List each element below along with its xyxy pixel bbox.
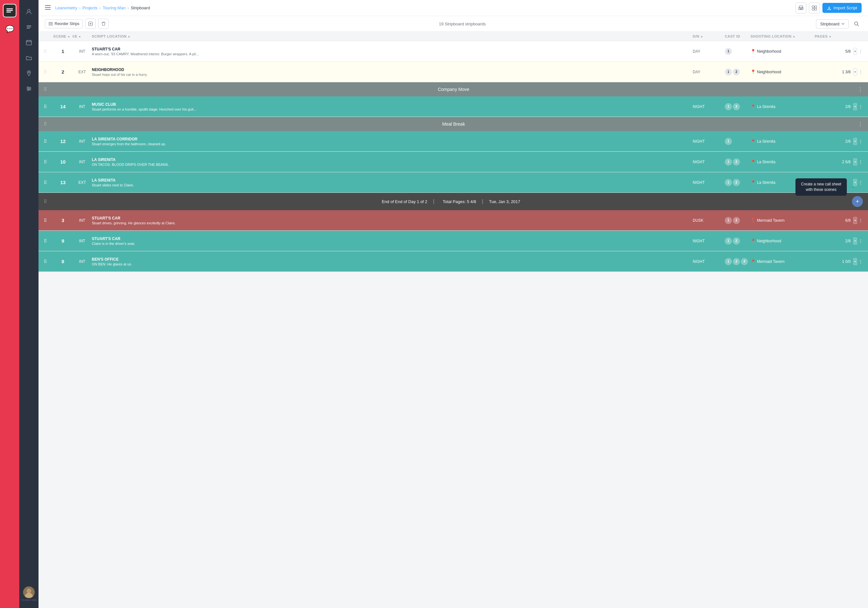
scene-info[interactable]: STUART'S CAR Claire is in the driver's s… (92, 233, 693, 249)
col-scene[interactable]: SCENE ▲ (53, 34, 73, 38)
more-options-button[interactable]: ⋮ (859, 238, 863, 244)
print-button[interactable] (795, 3, 806, 14)
scene-number: 8 (53, 259, 73, 264)
scene-info[interactable]: STUART'S CAR Stuart drives, grinning. He… (92, 213, 693, 228)
table-header: SCENE ▲ I/E ▲ SCRIPT LOCATION ▲ D/N ▲ CA… (39, 32, 868, 41)
drag-handle[interactable]: ⠿ (43, 159, 53, 165)
ie-tag: INT (73, 139, 92, 144)
svg-rect-23 (45, 7, 51, 8)
delete-strip-button[interactable] (98, 19, 108, 29)
scene-number: 1 (53, 48, 73, 54)
cast-badge: 2 (733, 179, 740, 186)
svg-rect-8 (26, 40, 31, 45)
add-row-button[interactable]: + (853, 159, 857, 165)
chat-icon[interactable]: 💬 (5, 25, 14, 33)
ie-tag: INT (73, 104, 92, 109)
add-callsheet-button[interactable]: + (852, 196, 863, 207)
pages-cell: 1 0/0 (815, 259, 853, 264)
svg-rect-34 (48, 23, 53, 24)
row-actions: + ⋮ (853, 258, 863, 265)
drag-handle[interactable]: ⠿ (43, 218, 53, 223)
svg-point-4 (28, 9, 30, 12)
col-cast-id[interactable]: CAST ID (725, 34, 750, 38)
more-options-button[interactable]: ⋮ (859, 259, 863, 264)
scene-desc: Stuart emerges from the bathroom, cleane… (92, 142, 693, 146)
scene-info[interactable]: NEIGHBORHOOD Stuart hops out of his car … (92, 64, 693, 80)
nav-location[interactable] (22, 67, 35, 80)
more-options-button[interactable]: ⋮ (859, 69, 863, 75)
breadcrumb-projects[interactable]: Projects (82, 5, 98, 10)
divider-more-button[interactable]: ⋮ (858, 86, 863, 93)
more-options-button[interactable]: ⋮ (859, 180, 863, 185)
more-options-button[interactable]: ⋮ (859, 218, 863, 223)
user-avatar[interactable]: TOURING MAN (21, 586, 37, 602)
dn-tag: NIGHT (693, 259, 725, 264)
add-row-button[interactable]: + (853, 238, 857, 244)
dn-sort-icon: ▲ (701, 35, 703, 38)
more-options-button[interactable]: ⋮ (859, 49, 863, 54)
section-divider-company-move: ⠿ Company Move ⋮ (39, 82, 868, 96)
add-row-button[interactable]: + (853, 217, 857, 224)
scene-title: STUART'S CAR (92, 236, 693, 241)
app-logo[interactable] (3, 4, 16, 17)
drag-handle[interactable]: ⠿ (43, 49, 53, 54)
svg-point-21 (27, 589, 31, 592)
shooting-sort-icon: ▲ (792, 35, 795, 38)
scene-info[interactable]: BEN'S OFFICE ON BEN: He glares at us. (92, 254, 693, 269)
nav-folder[interactable] (22, 51, 35, 64)
nav-list[interactable] (22, 20, 35, 33)
divider-drag-handle[interactable]: ⠿ (43, 121, 47, 127)
view-dropdown[interactable]: Stripboard (816, 19, 849, 29)
add-row-button[interactable]: + (853, 258, 857, 265)
breadcrumb-touring-man[interactable]: Touring Man (103, 5, 126, 10)
col-ie[interactable]: I/E ▲ (73, 34, 92, 38)
dn-tag: NIGHT (693, 180, 725, 185)
row-actions: + ⋮ (853, 48, 863, 55)
sep2: › (99, 6, 101, 10)
drag-handle[interactable]: ⠿ (43, 259, 53, 264)
col-shooting-location[interactable]: SHOOTING LOCATION ▲ (750, 34, 815, 38)
menu-icon[interactable] (45, 5, 51, 11)
col-dn[interactable]: D/N ▲ (693, 34, 725, 38)
drag-handle[interactable]: ⠿ (43, 139, 53, 144)
col-script-location[interactable]: SCRIPT LOCATION ▲ (92, 34, 693, 38)
divider-more-button[interactable]: ⋮ (858, 121, 863, 127)
cast-ids: 1 2 (725, 159, 750, 165)
drag-handle[interactable]: ⠿ (43, 238, 53, 244)
dn-tag: NIGHT (693, 139, 725, 144)
divider-drag-handle[interactable]: ⠿ (43, 87, 47, 92)
layout-button[interactable] (809, 3, 820, 14)
location-pin-icon: 📍 (750, 218, 756, 223)
add-row-button[interactable]: + (853, 138, 857, 145)
eod-date: Tue, Jan 3, 2017 (489, 199, 520, 204)
svg-rect-31 (812, 8, 814, 10)
scene-info[interactable]: STUART'S CAR A worn-out, '93 CAMRY. Weat… (92, 44, 693, 59)
svg-rect-7 (26, 28, 30, 29)
location-cell: 📍 La Sirenita (750, 139, 815, 144)
drag-handle[interactable]: ⠿ (43, 180, 53, 185)
eod-drag-handle[interactable]: ⠿ (43, 199, 47, 204)
add-row-button[interactable]: + (853, 68, 857, 76)
scene-info[interactable]: MUSIC CLUB Stuart performs on a humble, … (92, 99, 693, 114)
scene-title: STUART'S CAR (92, 216, 693, 221)
scene-info[interactable]: LA SIRENITA ON TACOS. BLOOD DRIPS OVER T… (92, 154, 693, 169)
drag-handle[interactable]: ⠿ (43, 69, 53, 75)
scene-info[interactable]: LA SIRENITA Stuart slides next to Claire… (92, 175, 693, 190)
add-row-button[interactable]: + (853, 48, 857, 55)
import-script-button[interactable]: Import Script (822, 3, 862, 13)
scene-info[interactable]: LA SIRENITA CORRIDOR Stuart emerges from… (92, 134, 693, 149)
more-options-button[interactable]: ⋮ (859, 104, 863, 109)
nav-sliders[interactable] (22, 82, 35, 95)
breadcrumb-leanometry[interactable]: Leanometry (55, 5, 78, 10)
nav-users[interactable] (22, 5, 35, 18)
col-pages[interactable]: PAGES ▲ (815, 34, 853, 38)
more-options-button[interactable]: ⋮ (859, 159, 863, 165)
more-options-button[interactable]: ⋮ (859, 139, 863, 144)
nav-calendar[interactable] (22, 36, 35, 49)
reorder-strips-button[interactable]: Reorder Strips (45, 19, 83, 28)
add-row-button[interactable]: + (853, 103, 857, 110)
search-button[interactable] (851, 19, 862, 29)
tooltip-arrow-icon: → (847, 180, 856, 193)
add-strip-button[interactable] (85, 19, 96, 29)
drag-handle[interactable]: ⠿ (43, 104, 53, 109)
